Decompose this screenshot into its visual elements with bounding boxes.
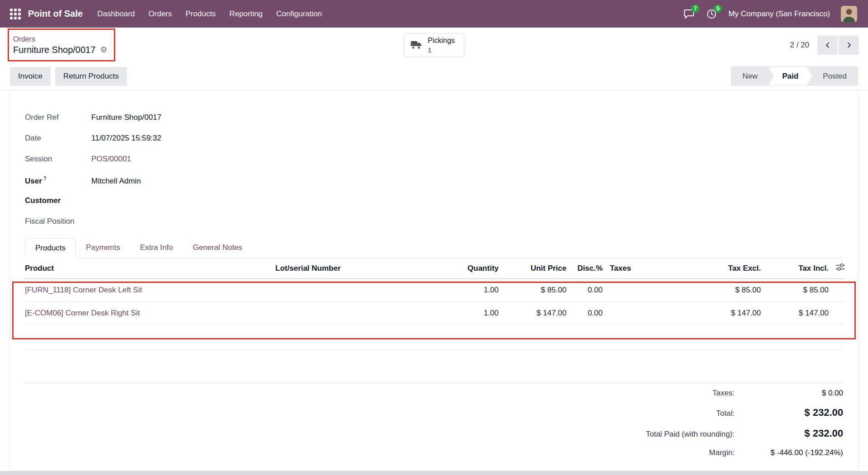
status-step-paid[interactable]: Paid [769, 67, 812, 85]
quantity-cell-row-1[interactable]: 1.00 [398, 279, 502, 302]
tab-general-notes[interactable]: General Notes [183, 238, 252, 258]
field-order-ref: Order Ref Furniture Shop/0017 [25, 113, 843, 126]
totals-section: Taxes: $ 0.00 Total: $ 232.00 Total Paid… [25, 383, 843, 462]
menu-products[interactable]: Products [185, 9, 216, 19]
col-header-lot-serial[interactable]: Lot/serial Number [272, 258, 398, 279]
apps-grid-icon[interactable] [10, 9, 21, 19]
col-header-unit-price[interactable]: Unit Price [502, 258, 570, 279]
unit-price-cell-row-1[interactable]: $ 85.00 [502, 279, 570, 302]
page: Point of Sale Dashboard Orders Products … [0, 0, 868, 475]
col-header-taxes[interactable]: Taxes [606, 258, 679, 279]
discount-cell-row-2[interactable]: 0.00 [570, 302, 606, 325]
activities-button[interactable]: 5 [706, 8, 717, 20]
tab-payments[interactable]: Payments [76, 238, 130, 258]
field-value-date[interactable]: 11/07/2025 15:59:32 [91, 134, 161, 143]
totals-paid-value: $ 232.00 [735, 428, 843, 439]
product-lines-table: Product Lot/serial Number Quantity Unit … [25, 258, 844, 325]
col-header-tax-excl[interactable]: Tax Excl. [679, 258, 764, 279]
pickings-count: 1 [428, 46, 431, 55]
notebook-tabs: Products Payments Extra Info General Not… [25, 238, 843, 258]
taxes-cell-row-1[interactable] [606, 279, 679, 302]
action-bar: Invoice Return Products New Paid Posted [0, 62, 868, 90]
table-row[interactable]: [FURN_1118] Corner Desk Left Sit 1.00 $ … [25, 279, 844, 302]
discount-cell-row-1[interactable]: 0.00 [570, 279, 606, 302]
pager-next-button[interactable] [839, 36, 859, 55]
table-header-row: Product Lot/serial Number Quantity Unit … [25, 258, 844, 279]
breadcrumb-current-title: Furniture Shop/0017 [13, 45, 95, 55]
col-header-quantity[interactable]: Quantity [398, 258, 502, 279]
field-date: Date 11/07/2025 15:59:32 [25, 134, 843, 146]
top-navbar: Point of Sale Dashboard Orders Products … [0, 0, 868, 28]
status-step-new[interactable]: New [731, 67, 769, 85]
avatar-image [841, 6, 857, 22]
unit-price-cell-row-2[interactable]: $ 147.00 [502, 302, 570, 325]
sliders-icon [836, 263, 845, 271]
pager-previous-button[interactable] [817, 36, 838, 55]
messages-button[interactable]: 7 [683, 8, 695, 20]
field-value-session-link[interactable]: POS/00001 [91, 155, 131, 164]
totals-paid-row: Total Paid (with rounding): $ 232.00 [25, 423, 843, 444]
field-session: Session POS/00001 [25, 155, 843, 167]
field-label-order-ref: Order Ref [25, 113, 91, 122]
control-panel: Orders Furniture Shop/0017 ⚙ Pickings 1 … [0, 28, 868, 62]
lot-cell-row-2[interactable] [272, 302, 398, 325]
app-name[interactable]: Point of Sale [28, 9, 83, 19]
pager: 2 / 20 [790, 36, 859, 55]
truck-icon [410, 40, 422, 50]
tax-incl-cell-row-1: $ 85.00 [764, 279, 832, 302]
product-link-row-1[interactable]: [FURN_1118] Corner Desk Left Sit [25, 286, 142, 294]
menu-orders[interactable]: Orders [148, 9, 172, 19]
empty-line-area[interactable] [25, 325, 843, 350]
col-header-product[interactable]: Product [25, 258, 272, 279]
field-label-user: User? [25, 175, 91, 186]
messages-badge: 7 [691, 5, 699, 13]
field-label-date: Date [25, 134, 91, 143]
breadcrumb-orders-link[interactable]: Orders [13, 35, 107, 43]
gear-icon[interactable]: ⚙ [100, 46, 107, 54]
col-header-discount[interactable]: Disc.% [570, 258, 606, 279]
menu-reporting[interactable]: Reporting [229, 9, 263, 19]
taxes-cell-row-2[interactable] [606, 302, 679, 325]
breadcrumb: Orders Furniture Shop/0017 ⚙ [13, 35, 107, 55]
totals-taxes-label: Taxes: [712, 389, 735, 398]
tab-extra-info[interactable]: Extra Info [130, 238, 183, 258]
menu-configuration[interactable]: Configuration [276, 9, 322, 19]
tax-incl-cell-row-2: $ 147.00 [764, 302, 832, 325]
col-header-tax-incl[interactable]: Tax Incl. [764, 258, 832, 279]
navbar-right: 7 5 My Company (San Francisco) [683, 6, 857, 22]
lot-cell-row-1[interactable] [272, 279, 398, 302]
return-products-button[interactable]: Return Products [55, 67, 127, 86]
pickings-button[interactable]: Pickings 1 [404, 33, 464, 57]
optional-columns-button[interactable] [832, 258, 844, 279]
product-lines-table-wrap: Product Lot/serial Number Quantity Unit … [25, 258, 843, 350]
field-value-user[interactable]: Mitchell Admin [91, 177, 141, 186]
field-label-session: Session [25, 155, 91, 164]
invoice-button[interactable]: Invoice [10, 67, 51, 86]
totals-paid-label: Total Paid (with rounding): [646, 430, 735, 439]
company-switcher[interactable]: My Company (San Francisco) [728, 9, 830, 19]
menu-dashboard[interactable]: Dashboard [97, 9, 135, 19]
activities-badge: 5 [714, 5, 722, 13]
tax-excl-cell-row-1: $ 85.00 [679, 279, 764, 302]
user-avatar[interactable] [841, 6, 857, 22]
field-customer: Customer [25, 196, 843, 209]
totals-margin-row: Margin: $ -446.00 (-192.24%) [25, 444, 843, 462]
page-bottom-strip [0, 471, 868, 475]
pager-value: 2 / 20 [790, 41, 809, 50]
totals-taxes-value: $ 0.00 [735, 389, 843, 398]
totals-margin-value: $ -446.00 (-192.24%) [735, 448, 843, 457]
field-value-order-ref[interactable]: Furniture Shop/0017 [91, 113, 161, 122]
main-menu: Dashboard Orders Products Reporting Conf… [97, 9, 322, 19]
status-step-posted[interactable]: Posted [812, 67, 858, 85]
totals-taxes-row: Taxes: $ 0.00 [25, 384, 843, 402]
table-row[interactable]: [E-COM06] Corner Desk Right Sit 1.00 $ 1… [25, 302, 844, 325]
quantity-cell-row-2[interactable]: 1.00 [398, 302, 502, 325]
product-link-row-2[interactable]: [E-COM06] Corner Desk Right Sit [25, 309, 140, 317]
help-icon[interactable]: ? [43, 175, 47, 182]
field-label-fiscal-position: Fiscal Position [25, 217, 91, 226]
field-user: User? Mitchell Admin [25, 175, 843, 188]
tab-products[interactable]: Products [25, 238, 76, 258]
tax-excl-cell-row-2: $ 147.00 [679, 302, 764, 325]
totals-total-value: $ 232.00 [735, 407, 843, 419]
chevron-left-icon [824, 42, 831, 49]
